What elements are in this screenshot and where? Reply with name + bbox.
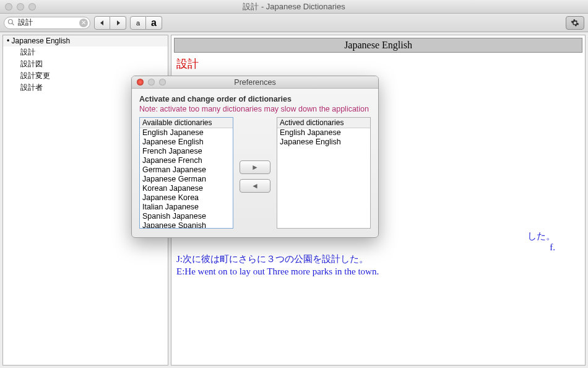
- list-item[interactable]: Japanese Spanish: [140, 221, 233, 229]
- list-item[interactable]: English Japanese: [277, 128, 370, 138]
- preferences-dialog: Preferences Activate and change order of…: [131, 76, 379, 238]
- prefs-titlebar: Preferences: [132, 76, 378, 89]
- toolbar: ✕ a a: [0, 14, 588, 32]
- entry-headword: 設計: [171, 55, 585, 72]
- prefs-note: Note: activate too many dictionaries may…: [139, 105, 371, 113]
- list-item[interactable]: Japanese Korea: [140, 193, 233, 203]
- prefs-traffic-lights: [132, 79, 166, 85]
- nav-segment: [94, 16, 126, 30]
- prefs-zoom-icon: [159, 79, 166, 85]
- chevron-left-icon: ◄: [251, 182, 259, 190]
- list-item[interactable]: French Japanese: [140, 147, 233, 156]
- list-item[interactable]: English Japanese: [140, 128, 233, 138]
- available-dictionaries-list[interactable]: Available dictionaries English Japanese …: [139, 117, 233, 229]
- svg-point-0: [9, 19, 13, 24]
- window-title: 設計 - Japanese Dictionaries: [0, 1, 588, 12]
- zoom-icon[interactable]: [28, 3, 36, 11]
- sidebar-item[interactable]: 設計図: [3, 58, 168, 70]
- main-titlebar: 設計 - Japanese Dictionaries: [0, 0, 588, 14]
- dictionary-banner: Japanese English: [174, 38, 582, 53]
- search-field: ✕: [4, 17, 90, 29]
- list-item[interactable]: Japanese English: [140, 138, 233, 147]
- prefs-minimize-icon: [148, 79, 155, 85]
- list-item[interactable]: Japanese French: [140, 156, 233, 165]
- search-icon: [7, 19, 15, 26]
- list-item[interactable]: German Japanese: [140, 165, 233, 175]
- chevron-right-icon: ►: [251, 163, 259, 172]
- list-item[interactable]: Japanese English: [277, 138, 370, 147]
- font-larger-button[interactable]: a: [146, 16, 162, 30]
- font-large-label: a: [151, 17, 157, 28]
- sidebar-item[interactable]: 設計: [3, 46, 168, 58]
- prefs-body: Activate and change order of dictionarie…: [132, 89, 378, 237]
- close-icon[interactable]: [5, 3, 12, 11]
- font-smaller-button[interactable]: a: [130, 16, 146, 30]
- sidebar-header: Japanese English: [3, 35, 168, 46]
- list-item[interactable]: Japanese German: [140, 175, 233, 184]
- svg-line-1: [12, 23, 14, 25]
- active-header: Actived dictionaries: [277, 118, 370, 128]
- available-header: Available dictionaries: [140, 118, 233, 128]
- forward-button[interactable]: [110, 16, 126, 30]
- remove-button[interactable]: ◄: [240, 179, 270, 193]
- settings-button[interactable]: [566, 16, 584, 30]
- active-dictionaries-list[interactable]: Actived dictionaries English Japanese Ja…: [277, 117, 371, 229]
- obscured-example-en: f.: [545, 242, 560, 253]
- clear-icon[interactable]: ✕: [79, 19, 88, 27]
- add-button[interactable]: ►: [240, 160, 270, 174]
- font-small-label: a: [136, 19, 140, 27]
- list-item[interactable]: Spanish Japanese: [140, 212, 233, 221]
- obscured-example-ja: した。: [522, 230, 560, 242]
- svg-marker-2: [100, 20, 103, 25]
- back-button[interactable]: [94, 16, 110, 30]
- search-input[interactable]: [4, 17, 90, 29]
- prefs-title: Preferences: [132, 78, 378, 87]
- example-en: E:He went on to lay out Three more parks…: [171, 266, 585, 278]
- prefs-heading: Activate and change order of dictionarie…: [139, 95, 371, 103]
- transfer-buttons: ► ◄: [240, 117, 270, 193]
- example-ja: J:次に彼は町にさらに３つの公園を設計した。: [171, 253, 585, 266]
- list-item[interactable]: Italian Japanese: [140, 203, 233, 212]
- traffic-lights: [0, 3, 36, 11]
- gear-icon: [571, 19, 579, 27]
- list-item[interactable]: Korean Japanese: [140, 184, 233, 193]
- minimize-icon[interactable]: [17, 3, 24, 11]
- svg-marker-3: [117, 20, 120, 25]
- prefs-close-icon[interactable]: [137, 79, 144, 85]
- font-segment: a a: [130, 16, 162, 30]
